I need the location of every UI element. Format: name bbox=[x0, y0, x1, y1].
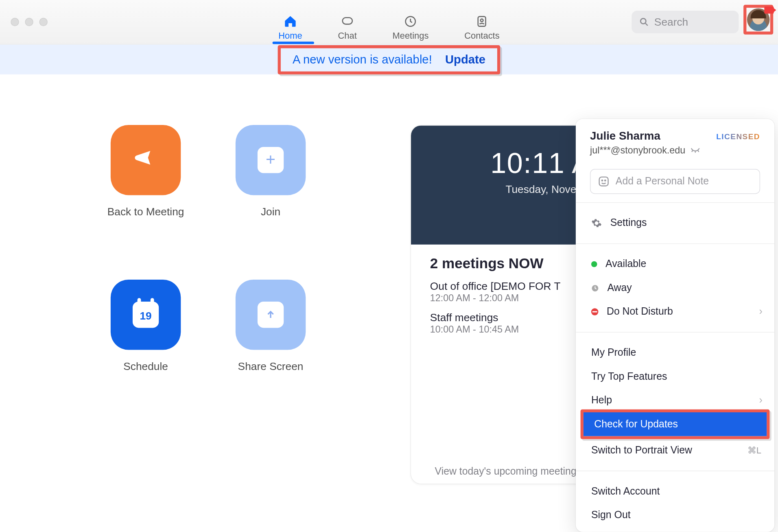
close-window-icon[interactable] bbox=[11, 18, 19, 26]
chevron-right-icon: › bbox=[759, 306, 763, 317]
tab-home[interactable]: Home bbox=[278, 14, 302, 44]
profile-name: Julie Sharma bbox=[590, 130, 660, 143]
search-icon bbox=[639, 17, 649, 27]
chevron-right-icon: › bbox=[759, 394, 763, 406]
menu-status-dnd[interactable]: Do Not Disturb › bbox=[576, 300, 774, 324]
calendar-icon: 19 bbox=[133, 302, 159, 328]
window-controls bbox=[11, 18, 48, 26]
action-label: Schedule bbox=[123, 361, 168, 373]
action-label: Join bbox=[261, 206, 280, 219]
gear-icon bbox=[591, 218, 602, 228]
menu-status-away[interactable]: Away bbox=[576, 276, 774, 300]
clock-icon bbox=[403, 14, 418, 29]
home-icon bbox=[282, 14, 298, 29]
action-label: Share Screen bbox=[238, 361, 304, 373]
tab-meetings[interactable]: Meetings bbox=[392, 14, 428, 44]
shortcut-label: ⌘L bbox=[747, 445, 761, 455]
action-label: Back to Meeting bbox=[107, 206, 184, 219]
share-arrow-icon bbox=[258, 302, 284, 328]
main-content: Back to Meeting + Join 19 Schedule bbox=[0, 77, 778, 532]
action-join: + Join bbox=[208, 125, 333, 280]
svg-point-7 bbox=[605, 180, 605, 181]
tab-chat[interactable]: Chat bbox=[338, 14, 356, 44]
status-dnd-icon bbox=[591, 308, 599, 315]
nav-tabs: Home Chat Meetings Contacts bbox=[278, 0, 499, 44]
title-bar: Home Chat Meetings Contacts bbox=[0, 0, 778, 45]
action-back-to-meeting: Back to Meeting bbox=[83, 125, 208, 280]
license-badge: LICENSED bbox=[716, 132, 760, 141]
tab-label: Chat bbox=[338, 31, 356, 41]
tab-label: Contacts bbox=[464, 31, 500, 41]
profile-email: jul***@stonybrook.edu bbox=[590, 145, 760, 156]
profile-menu: Julie Sharma LICENSED jul***@stonybrook.… bbox=[576, 119, 774, 532]
minimize-window-icon[interactable] bbox=[25, 18, 33, 26]
menu-switch-account[interactable]: Switch Account bbox=[576, 479, 774, 503]
personal-note-input[interactable]: Add a Personal Note bbox=[590, 169, 760, 194]
search-placeholder: Search bbox=[654, 16, 688, 28]
back-to-meeting-button[interactable] bbox=[111, 125, 181, 195]
plus-icon: + bbox=[258, 147, 284, 173]
active-tab-indicator bbox=[273, 42, 314, 44]
status-away-icon bbox=[591, 284, 599, 292]
update-link[interactable]: Update bbox=[445, 53, 485, 66]
action-share-screen: Share Screen bbox=[208, 280, 333, 434]
join-button[interactable]: + bbox=[236, 125, 306, 195]
camera-badge-icon bbox=[764, 7, 774, 14]
menu-sign-out[interactable]: Sign Out bbox=[576, 504, 774, 527]
profile-avatar-button[interactable] bbox=[743, 5, 773, 35]
banner-text: A new version is available! bbox=[293, 53, 432, 66]
eye-closed-icon[interactable] bbox=[690, 147, 701, 154]
menu-settings[interactable]: Settings bbox=[576, 211, 774, 235]
menu-top-features[interactable]: Try Top Features bbox=[576, 365, 774, 388]
note-placeholder: Add a Personal Note bbox=[616, 175, 709, 187]
update-banner-highlight: A new version is available! Update bbox=[278, 45, 500, 74]
maximize-window-icon[interactable] bbox=[39, 18, 47, 26]
smiley-icon bbox=[598, 175, 610, 187]
view-upcoming-link[interactable]: View today's upcoming meetings (2) bbox=[435, 466, 597, 478]
svg-point-3 bbox=[481, 19, 483, 22]
profile-header: Julie Sharma LICENSED jul***@stonybrook.… bbox=[576, 119, 774, 162]
status-available-icon bbox=[591, 261, 597, 267]
menu-portrait-view[interactable]: Switch to Portrait View ⌘L bbox=[576, 438, 774, 462]
svg-point-6 bbox=[602, 180, 603, 181]
tab-label: Meetings bbox=[392, 31, 428, 41]
tab-label: Home bbox=[278, 31, 302, 41]
search-input[interactable]: Search bbox=[632, 11, 739, 33]
menu-check-updates-highlight: Check for Updates bbox=[581, 409, 770, 439]
svg-point-4 bbox=[640, 18, 646, 24]
contacts-icon bbox=[474, 14, 490, 29]
home-actions: Back to Meeting + Join 19 Schedule bbox=[83, 125, 333, 434]
menu-check-updates[interactable]: Check for Updates bbox=[584, 412, 767, 436]
action-schedule: 19 Schedule bbox=[83, 280, 208, 434]
chat-icon bbox=[340, 14, 355, 29]
update-banner: A new version is available! Update bbox=[0, 45, 778, 74]
svg-rect-0 bbox=[343, 18, 352, 24]
share-screen-button[interactable] bbox=[236, 280, 306, 350]
tab-contacts[interactable]: Contacts bbox=[464, 14, 500, 44]
menu-status-available[interactable]: Available bbox=[576, 252, 774, 276]
svg-rect-5 bbox=[599, 177, 608, 186]
schedule-button[interactable]: 19 bbox=[111, 280, 181, 350]
menu-my-profile[interactable]: My Profile bbox=[576, 341, 774, 365]
menu-help[interactable]: Help › bbox=[576, 388, 774, 412]
